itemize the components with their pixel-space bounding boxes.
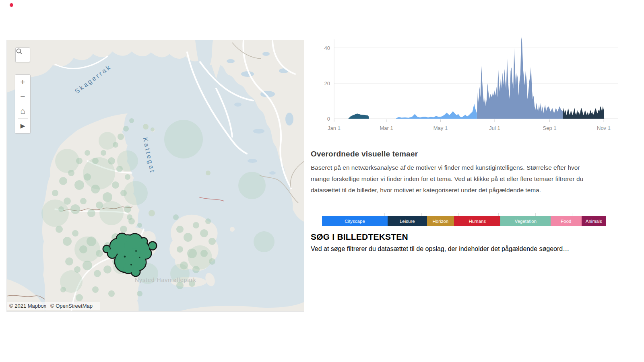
dashboard: Skagerrak Kattegat Nysted Havmøllepark ©… [0, 0, 644, 362]
zoom-in-button[interactable]: + [15, 75, 30, 89]
legend-segment-label: Cityscape [345, 219, 365, 224]
legend-segment-vegetation[interactable]: Vegetation [500, 216, 551, 226]
svg-text:Nov 1: Nov 1 [597, 125, 611, 131]
search-section-title: SØG I BILLEDTEKSTEN [311, 232, 408, 242]
legend-tick [572, 213, 572, 216]
legend-segment-leisure[interactable]: Leisure [388, 216, 427, 226]
svg-text:May 1: May 1 [433, 125, 448, 131]
map-toolbar: + − ⌂ ▶ [15, 74, 31, 134]
timeline-area-chart[interactable]: 02040Jan 1Mar 1May 1Jul 1Sep 1Nov 1 [314, 24, 624, 139]
theme-legend: CityscapeLeisureHorizonHumansVegetationF… [322, 213, 606, 226]
pan-mode-button[interactable]: ▶ [15, 119, 30, 133]
legend-tick [498, 213, 499, 216]
themes-title: Overordnede visuelle temaer [311, 150, 418, 158]
legend-segment-label: Vegetation [515, 219, 537, 224]
record-indicator-dot [10, 3, 13, 7]
legend-segment-humans[interactable]: Humans [454, 216, 500, 226]
legend-segment-food[interactable]: Food [551, 216, 581, 226]
svg-text:Jan 1: Jan 1 [328, 125, 341, 131]
svg-text:40: 40 [324, 45, 330, 51]
legend-tick [348, 213, 348, 216]
svg-text:Mar 1: Mar 1 [380, 125, 393, 131]
legend-tick [458, 213, 459, 216]
legend-segment-label: Leisure [400, 219, 415, 224]
legend-tick [421, 213, 422, 216]
search-section-description: Ved at søge filtrerer du datasættet til … [311, 245, 617, 253]
map-search-button[interactable] [15, 47, 30, 62]
svg-text:Sep 1: Sep 1 [543, 125, 557, 131]
legend-segment-cityscape[interactable]: Cityscape [322, 216, 388, 226]
search-icon [16, 48, 23, 55]
pane-divider [624, 35, 624, 350]
osm-attribution-link[interactable]: © OpenStreetMap [50, 303, 93, 309]
theme-legend-bar: CityscapeLeisureHorizonHumansVegetationF… [322, 216, 606, 226]
legend-tick [384, 213, 385, 216]
themes-description: Baseret på en netværksanalyse af de moti… [311, 162, 592, 196]
legend-segment-label: Horizon [433, 219, 449, 224]
svg-text:20: 20 [324, 80, 330, 86]
map-attribution: © 2021 Mapbox© OpenStreetMap [7, 302, 100, 310]
legend-segment-label: Humans [469, 219, 486, 224]
zoom-out-button[interactable]: − [15, 89, 30, 104]
map-canvas[interactable] [7, 40, 304, 312]
svg-text:0: 0 [327, 116, 330, 122]
legend-tick [535, 213, 536, 216]
legend-segment-label: Animals [586, 219, 602, 224]
map-panel[interactable]: Skagerrak Kattegat Nysted Havmøllepark ©… [6, 40, 304, 312]
legend-segment-label: Food [561, 219, 571, 224]
legend-segment-animals[interactable]: Animals [582, 216, 606, 226]
home-button[interactable]: ⌂ [15, 104, 30, 118]
legend-axis-ticks [322, 213, 606, 216]
legend-segment-horizon[interactable]: Horizon [427, 216, 454, 226]
mapbox-attribution-link[interactable]: © 2021 Mapbox [9, 303, 46, 309]
svg-text:Jul 1: Jul 1 [489, 125, 500, 131]
